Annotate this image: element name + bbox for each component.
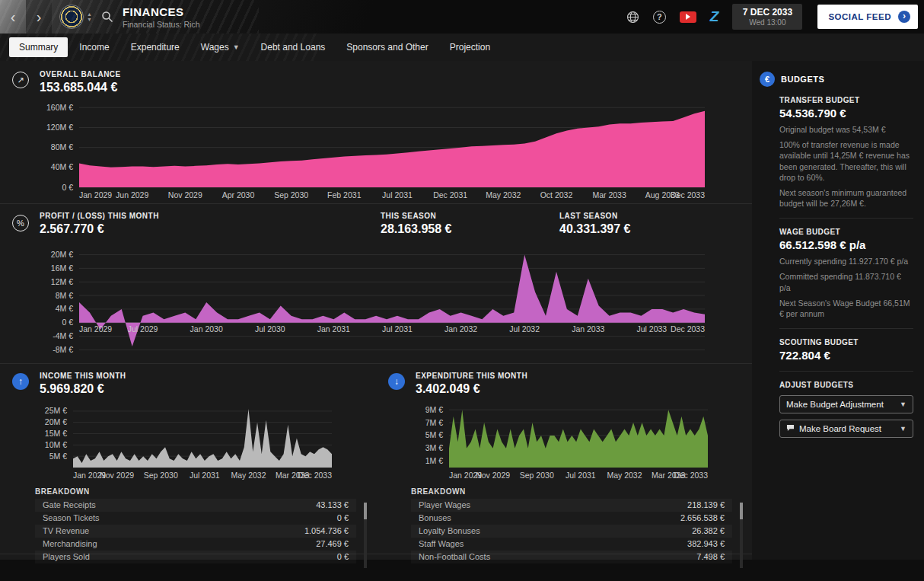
forward-button[interactable]: › [26,0,52,34]
svg-text:25M €: 25M € [45,406,67,415]
row-name: Player Wages [419,499,470,512]
income-chart: 25M €20M €15M €10M €5M €Jan 2029Nov 2029… [30,402,336,481]
svg-text:Mar 2033: Mar 2033 [592,190,626,200]
svg-text:Feb 2031: Feb 2031 [327,190,362,200]
row-value: 0 € [337,512,349,525]
svg-text:Jul 2031: Jul 2031 [382,324,413,334]
svg-text:16M €: 16M € [51,263,73,273]
svg-text:5M €: 5M € [49,452,68,461]
expenditure-down-arrow-icon: ↓ [388,373,405,390]
table-row[interactable]: Non-Football Costs 7.498 € [411,551,732,563]
svg-text:12M €: 12M € [51,277,73,286]
svg-text:160M €: 160M € [46,103,73,112]
row-value: 218.139 € [687,499,725,512]
balance-value: 153.685.044 € [40,81,752,94]
svg-text:May 2032: May 2032 [486,190,521,200]
profit-loss-panel: % PROFIT / (LOSS) THIS MONTH 2.567.770 €… [0,204,752,364]
expenditure-chart: 9M €7M €5M €3M €1M €Jan 2029Nov 2029Sep … [406,402,712,481]
svg-text:Dec 2031: Dec 2031 [433,190,467,200]
tab-sponsors-and-other[interactable]: Sponsors and Other [336,37,438,57]
back-button[interactable]: ‹ [0,0,26,34]
svg-text:Jul 2031: Jul 2031 [190,471,220,480]
tab-summary[interactable]: Summary [9,37,68,57]
social-feed-button[interactable]: SOCIAL FEED › [817,5,918,29]
page-title: FINANCES [123,5,200,18]
club-badge[interactable] [59,5,84,29]
svg-text:Jan 2029: Jan 2029 [79,324,112,334]
table-row[interactable]: Season Tickets 0 € [35,512,356,525]
svg-text:Jan 2033: Jan 2033 [572,324,604,334]
table-row[interactable]: Player Wages 218.139 € [411,499,732,512]
svg-text:May 2032: May 2032 [231,471,266,480]
row-name: Staff Wages [419,538,464,551]
table-row[interactable]: Merchandising 27.469 € [35,538,356,551]
social-z-icon[interactable]: Z [710,8,719,25]
svg-text:Jun 2029: Jun 2029 [116,190,148,200]
svg-text:Jul 2030: Jul 2030 [255,324,285,334]
row-value: 2.656.538 € [680,512,725,525]
svg-text:Oct 2032: Oct 2032 [540,190,573,200]
wage-budget-label: WAGE BUDGET [779,228,913,236]
table-row[interactable]: Staff Wages 382.943 € [411,538,732,551]
profit-icon: % [12,215,29,231]
svg-text:Nov 2029: Nov 2029 [168,190,202,200]
svg-text:20M €: 20M € [45,417,67,426]
app-window: ‹ › ▲▼ FINANCES Financial Status: Rich ? [0,0,924,581]
finances-summary-main: ↗ OVERALL BALANCE 153.685.044 € 160M €12… [0,61,752,560]
youtube-icon[interactable] [680,11,696,23]
row-value: 1.054.736 € [304,525,349,538]
adjust-budgets-label: ADJUST BUDGETS [779,381,913,389]
balance-label: OVERALL BALANCE [40,70,752,78]
svg-text:4M €: 4M € [56,304,74,313]
finances-tab-bar: Summary Income Expenditure Wages ▼ Debt … [0,34,924,61]
transfer-note: Next season's minimum guaranteed budget … [779,187,913,209]
income-expenditure-row: ↑ INCOME THIS MONTH 5.969.820 € 25M €20M… [0,364,752,554]
divider [779,328,913,329]
social-feed-label: SOCIAL FEED [828,12,891,21]
income-breakdown-label: BREAKDOWN [35,487,356,496]
table-row[interactable]: TV Revenue 1.054.736 € [35,525,356,538]
breakdown-scrollbar[interactable] [740,503,743,568]
make-board-request-dropdown[interactable]: Make Board Request ▼ [779,420,913,438]
divider [779,218,913,219]
profit-month-value: 2.567.770 € [40,222,159,236]
chevron-down-icon: ▼ [900,425,906,433]
globe-icon[interactable] [626,11,639,24]
table-row[interactable]: Gate Receipts 43.133 € [35,499,356,512]
tab-expenditure[interactable]: Expenditure [121,37,190,57]
search-icon[interactable] [101,11,113,23]
svg-text:Sep 2030: Sep 2030 [520,471,554,480]
budgets-title: BUDGETS [781,75,824,84]
last-season-value: 40.331.397 € [559,222,630,236]
table-row[interactable]: Bonuses 2.656.538 € [411,512,732,525]
svg-text:7M €: 7M € [425,418,444,427]
financial-status: Financial Status: Rich [123,20,200,29]
date-display[interactable]: 7 DEC 2033 Wed 13:00 [732,4,802,30]
transfer-note: 100% of transfer revenue is made availab… [779,139,913,183]
wage-note: Committed spending 11.873.710 € p/a [779,271,913,292]
table-row[interactable]: Players Sold 0 € [35,551,356,563]
svg-text:1M €: 1M € [425,456,444,465]
tab-debt-and-loans[interactable]: Debt and Loans [251,37,336,57]
breakdown-scrollbar[interactable] [364,503,367,568]
tab-projection[interactable]: Projection [440,37,500,57]
club-switch-arrows[interactable]: ▲▼ [87,11,92,22]
svg-text:Jul 2033: Jul 2033 [636,324,667,334]
svg-text:Dec 2033: Dec 2033 [674,471,708,480]
divider [779,371,913,372]
svg-text:Jan 2030: Jan 2030 [190,324,223,334]
table-row[interactable]: Loyalty Bonuses 26.382 € [411,525,732,538]
budgets-sidebar: € BUDGETS TRANSFER BUDGET 54.536.790 € O… [752,61,924,560]
expenditure-panel: ↓ EXPENDITURE THIS MONTH 3.402.049 € 9M … [376,372,752,554]
svg-text:Dec 2033: Dec 2033 [298,471,332,480]
help-icon[interactable]: ? [653,11,666,24]
tab-income[interactable]: Income [69,37,119,57]
tab-wages[interactable]: Wages ▼ [191,37,250,57]
row-value: 0 € [337,551,349,563]
row-value: 7.498 € [696,551,725,563]
speech-bubble-icon [786,424,795,433]
svg-text:Jul 2031: Jul 2031 [382,190,413,200]
make-budget-adjustment-dropdown[interactable]: Make Budget Adjustment ▼ [779,395,913,413]
tab-wages-label: Wages [201,42,229,53]
svg-text:Sep 2030: Sep 2030 [144,471,178,480]
